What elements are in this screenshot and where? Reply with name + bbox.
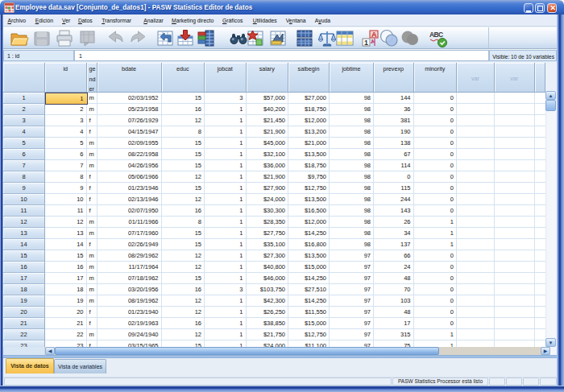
svg-text:A: A — [371, 31, 377, 39]
svg-text:1: 1 — [364, 39, 368, 47]
svg-text:ABC: ABC — [429, 31, 443, 39]
